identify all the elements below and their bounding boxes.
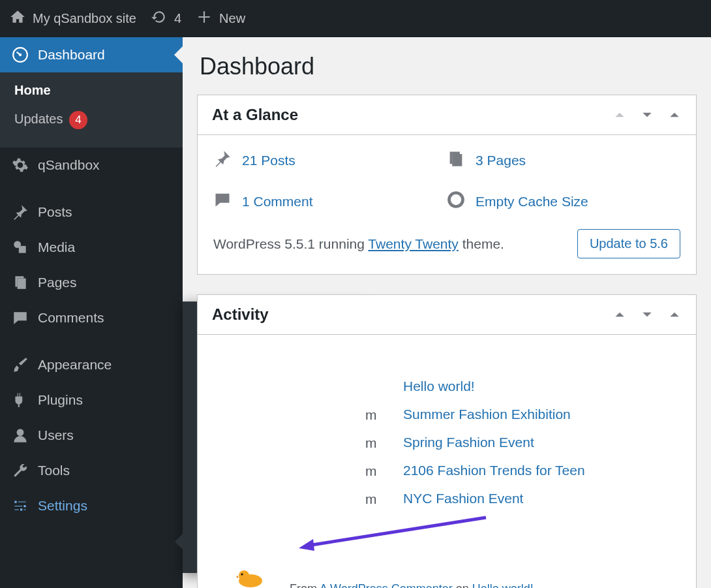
- sidebar-label-settings: Settings: [38, 498, 87, 514]
- glance-pages[interactable]: 3 Pages: [447, 149, 680, 171]
- svg-point-7: [17, 429, 24, 436]
- panel-controls: [613, 108, 682, 122]
- activity-time-suffix: m: [365, 435, 377, 451]
- update-wp-button[interactable]: Update to 5.6: [577, 229, 680, 258]
- adminbar-new[interactable]: New: [196, 8, 245, 29]
- pin-icon: [12, 204, 29, 221]
- plus-icon: [196, 8, 213, 29]
- comment-icon: [12, 309, 29, 326]
- sidebar-separator: [0, 335, 183, 347]
- panel-controls: [613, 307, 682, 322]
- adminbar-new-label: New: [219, 11, 245, 26]
- adminbar-updates[interactable]: 4: [151, 8, 181, 29]
- wp-version-suffix: theme.: [459, 236, 504, 251]
- sliders-icon: [12, 497, 29, 514]
- comment-prefix: From: [290, 582, 320, 588]
- sidebar-item-users[interactable]: Users: [0, 418, 183, 453]
- user-icon: [12, 427, 29, 444]
- sidebar-item-comments[interactable]: Comments: [0, 300, 183, 335]
- panel-toggle-icon[interactable]: [667, 307, 682, 322]
- dashboard-icon: [12, 46, 29, 63]
- sidebar-item-plugins[interactable]: Plugins: [0, 382, 183, 418]
- glance-comments-link: 1 Comment: [242, 194, 313, 209]
- gear-icon: [12, 157, 29, 174]
- activity-post-link[interactable]: 2106 Fashion Trends for Teen: [403, 463, 585, 478]
- glance-pages-link: 3 Pages: [476, 153, 526, 168]
- pages-icon: [447, 149, 465, 171]
- panel-at-a-glance: At a Glance 21 Posts 3 Pages 1 Com: [197, 95, 697, 275]
- sidebar-label-plugins: Plugins: [38, 392, 83, 408]
- media-icon: [12, 239, 29, 256]
- svg-point-14: [241, 574, 243, 576]
- glance-posts[interactable]: 21 Posts: [213, 149, 447, 171]
- activity-time-suffix: m: [365, 407, 377, 423]
- plugin-icon: [12, 392, 29, 409]
- brush-icon: [12, 356, 29, 373]
- activity-post-link[interactable]: NYC Fashion Event: [403, 491, 585, 506]
- activity-post-link[interactable]: Summer Fashion Exhibition: [403, 407, 585, 422]
- wp-version-line: WordPress 5.5.1 running Twenty Twenty th…: [213, 236, 504, 252]
- sidebar-label-users: Users: [38, 427, 74, 443]
- activity-links-col: Hello world! Summer Fashion Exhibition S…: [403, 379, 585, 506]
- activity-comment-row: From A WordPress Commenter on Hello worl…: [290, 582, 534, 588]
- panel-head-activity: Activity: [198, 295, 696, 335]
- activity-time-suffix-col: m m m m: [365, 407, 377, 507]
- admin-sidebar: Dashboard Home Updates 4 qSandbox Posts …: [0, 37, 183, 588]
- sidebar-label-pages: Pages: [38, 275, 77, 290]
- activity-post-link[interactable]: Hello world!: [403, 379, 585, 394]
- sidebar-updates-label: Updates: [14, 112, 63, 126]
- glance-cache-link: Empty Cache Size: [476, 194, 588, 209]
- sidebar-item-dashboard[interactable]: Dashboard: [0, 37, 183, 72]
- sidebar-label-qsandbox: qSandbox: [38, 157, 100, 173]
- activity-time-suffix: m: [365, 491, 377, 507]
- updates-count-badge: 4: [69, 111, 87, 129]
- panel-title-glance: At a Glance: [212, 106, 298, 124]
- comment-post-link[interactable]: Hello world!: [472, 582, 534, 588]
- comment-author-link[interactable]: A WordPress Commenter: [320, 582, 453, 588]
- admin-bar: My qSandbox site 4 New: [0, 0, 711, 37]
- sidebar-label-comments: Comments: [38, 310, 104, 326]
- wp-theme-link[interactable]: Twenty Twenty: [368, 236, 459, 251]
- panel-move-down-icon[interactable]: [640, 108, 654, 122]
- svg-rect-6: [18, 279, 26, 289]
- panel-toggle-icon[interactable]: [667, 108, 682, 122]
- sidebar-separator: [0, 183, 183, 194]
- commenter-avatar: [235, 569, 264, 587]
- sidebar-item-pages[interactable]: Pages: [0, 265, 183, 300]
- glance-posts-link: 21 Posts: [242, 153, 295, 168]
- sidebar-item-posts[interactable]: Posts: [0, 194, 183, 230]
- sidebar-subitem-updates[interactable]: Updates 4: [0, 104, 183, 136]
- panel-move-down-icon[interactable]: [640, 307, 654, 322]
- sidebar-label-appearance: Appearance: [38, 357, 112, 373]
- adminbar-updates-count: 4: [174, 11, 181, 26]
- home-icon: [9, 8, 26, 29]
- svg-rect-10: [452, 154, 462, 166]
- glance-comments[interactable]: 1 Comment: [213, 191, 447, 212]
- activity-post-link[interactable]: Spring Fashion Event: [403, 435, 585, 450]
- dashboard-submenu: Home Updates 4: [0, 72, 183, 147]
- panel-move-up-icon[interactable]: [613, 108, 627, 122]
- svg-point-11: [449, 193, 463, 207]
- glance-body: 21 Posts 3 Pages 1 Comment Empty Cache S…: [198, 135, 696, 274]
- sidebar-item-appearance[interactable]: Appearance: [0, 347, 183, 382]
- panel-move-up-icon[interactable]: [613, 307, 627, 322]
- wp-version-prefix: WordPress 5.5.1 running: [213, 236, 368, 251]
- adminbar-site[interactable]: My qSandbox site: [9, 8, 136, 29]
- comment-icon: [213, 191, 232, 212]
- comment-on: on: [453, 582, 472, 588]
- sidebar-item-tools[interactable]: Tools: [0, 453, 183, 488]
- pages-icon: [12, 274, 29, 291]
- sidebar-item-settings[interactable]: Settings: [0, 488, 183, 523]
- glance-cache[interactable]: Empty Cache Size: [447, 191, 680, 212]
- sidebar-subitem-home[interactable]: Home: [0, 76, 183, 104]
- panel-head-glance: At a Glance: [198, 95, 696, 135]
- wrench-icon: [12, 462, 29, 479]
- sidebar-item-media[interactable]: Media: [0, 230, 183, 265]
- adminbar-site-name: My qSandbox site: [33, 11, 136, 26]
- sidebar-label-posts: Posts: [38, 204, 72, 220]
- refresh-icon: [151, 8, 168, 29]
- sidebar-label-tools: Tools: [38, 463, 70, 478]
- sidebar-item-qsandbox[interactable]: qSandbox: [0, 147, 183, 183]
- pin-icon: [213, 149, 232, 171]
- activity-time-suffix: m: [365, 463, 377, 479]
